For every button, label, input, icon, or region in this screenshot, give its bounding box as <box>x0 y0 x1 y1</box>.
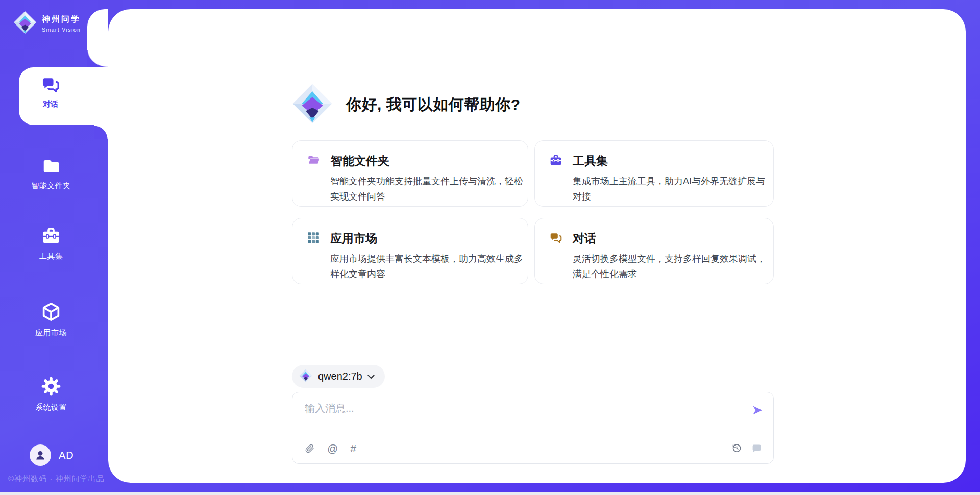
brand-diamond-icon <box>299 369 312 384</box>
user-profile[interactable]: AD <box>30 444 74 466</box>
folder-icon <box>41 156 61 178</box>
card-description: 集成市场上主流工具，助力AI与外界无缝扩展与对接 <box>573 174 771 204</box>
card-title: 智能文件夹 <box>331 153 389 169</box>
message-input[interactable] <box>305 402 733 431</box>
brand-logo: 神州问学 Smart Vision <box>13 11 81 36</box>
horizontal-scrollbar[interactable] <box>0 492 980 495</box>
model-selector[interactable]: qwen2:7b <box>292 365 385 388</box>
sidebar-item-system-settings[interactable]: 系统设置 <box>0 376 102 412</box>
card-title: 对话 <box>573 231 596 246</box>
chevron-down-icon <box>368 372 375 381</box>
avatar <box>30 444 51 466</box>
copyright-footer: ©神州数码 · 神州问学出品 <box>8 474 104 484</box>
card-toolset[interactable]: 工具集 集成市场上主流工具，助力AI与外界无缝扩展与对接 <box>534 140 774 207</box>
chat-bubbles-icon <box>549 231 562 246</box>
sidebar-item-chat-active[interactable]: 对话 <box>19 67 108 125</box>
brand-diamond-icon <box>13 11 37 36</box>
mention-icon[interactable]: @ <box>327 443 338 454</box>
hashtag-icon[interactable]: # <box>350 443 356 454</box>
greeting-header: 你好, 我可以如何帮助你? <box>292 83 521 126</box>
content-flare-curve <box>87 50 108 67</box>
sidebar-item-label: 应用市场 <box>35 328 67 338</box>
sidebar-item-label: 智能文件夹 <box>31 181 71 191</box>
folder-open-icon <box>307 154 321 168</box>
sidebar-item-smart-folder[interactable]: 智能文件夹 <box>0 156 102 191</box>
model-name: qwen2:7b <box>318 370 362 382</box>
chat-bubbles-icon <box>40 75 61 96</box>
active-tab-join-curve <box>94 125 108 139</box>
app-root: 神州问学 Smart Vision 对话 智能文件夹 <box>0 0 980 495</box>
sidebar-item-label: 对话 <box>43 100 58 109</box>
brand-subtitle: Smart Vision <box>42 27 81 33</box>
gear-icon <box>40 376 62 399</box>
sidebar-item-label: 工具集 <box>39 252 63 261</box>
send-icon[interactable] <box>751 404 764 417</box>
grid-icon <box>307 231 320 246</box>
card-chat[interactable]: 对话 灵活切换多模型文件，支持多样回复效果调试，满足个性化需求 <box>534 218 774 284</box>
feature-cards: 智能文件夹 智能文件夹功能支持批量文件上传与清洗，轻松实现文件问答 工具集 集成… <box>292 140 774 284</box>
toolbox-icon <box>549 154 562 169</box>
brand-name: 神州问学 <box>42 14 81 25</box>
chat-bubble-icon[interactable] <box>751 443 762 454</box>
sidebar-item-toolset[interactable]: 工具集 <box>0 226 102 261</box>
card-app-market[interactable]: 应用市场 应用市场提供丰富长文本模板，助力高效生成多样化文章内容 <box>292 218 528 284</box>
toolbox-icon <box>41 226 61 248</box>
cube-icon <box>40 301 62 325</box>
sidebar-item-app-market[interactable]: 应用市场 <box>0 301 102 338</box>
card-title: 工具集 <box>573 153 608 169</box>
sidebar-item-label: 系统设置 <box>35 403 67 412</box>
history-icon[interactable] <box>731 443 742 454</box>
greeting-title: 你好, 我可以如何帮助你? <box>346 94 521 115</box>
brand-diamond-icon <box>292 83 333 126</box>
composer-divider <box>301 437 765 437</box>
card-smart-folder[interactable]: 智能文件夹 智能文件夹功能支持批量文件上传与清洗，轻松实现文件问答 <box>292 140 528 207</box>
card-description: 灵活切换多模型文件，支持多样回复效果调试，满足个性化需求 <box>573 251 771 282</box>
card-title: 应用市场 <box>330 231 377 246</box>
user-initials: AD <box>59 450 74 461</box>
content-top-left-flare <box>87 9 108 50</box>
person-icon <box>34 449 47 462</box>
attachment-icon[interactable] <box>305 443 315 454</box>
card-description: 应用市场提供丰富长文本模板，助力高效生成多样化文章内容 <box>330 251 528 282</box>
card-description: 智能文件夹功能支持批量文件上传与清洗，轻松实现文件问答 <box>330 174 528 204</box>
message-composer: @ # <box>292 392 774 464</box>
